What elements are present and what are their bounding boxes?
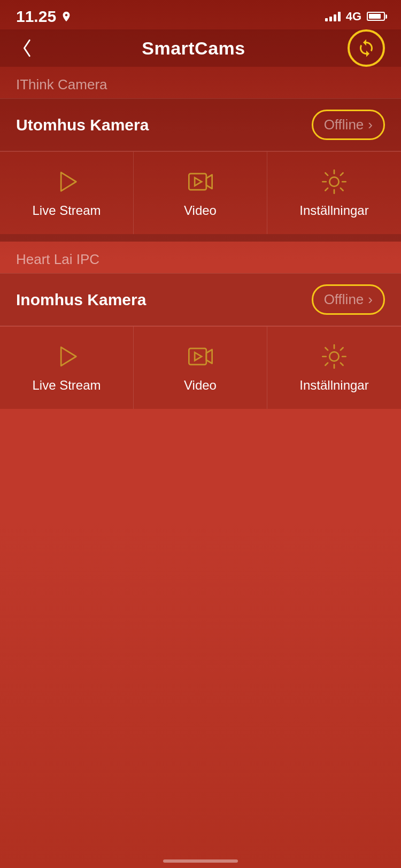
back-icon <box>21 38 34 58</box>
svg-marker-8 <box>195 352 202 360</box>
settings-button-1[interactable]: Inställningar <box>267 152 401 234</box>
live-stream-label-1: Live Stream <box>32 203 101 218</box>
main-content: IThink Camera Utomhus Kamera Offline › L… <box>0 67 401 409</box>
camera-group-1: Heart Lai IPC Inomhus Kamera Offline › L… <box>0 242 401 409</box>
page-title: SmartCams <box>142 38 245 59</box>
offline-badge-utomhus[interactable]: Offline › <box>312 110 385 140</box>
svg-marker-2 <box>206 175 212 189</box>
video-button-2[interactable]: Video <box>134 327 267 409</box>
svg-point-4 <box>329 177 338 186</box>
status-icons: 4G <box>325 10 385 24</box>
svg-marker-7 <box>206 350 212 363</box>
play-icon-2 <box>53 343 81 370</box>
location-icon <box>60 11 72 22</box>
app-header: SmartCams <box>0 29 401 67</box>
battery-icon <box>367 12 385 21</box>
offline-label-utomhus: Offline <box>324 117 364 133</box>
action-row-inomhus: Live Stream Video Inställningar <box>0 326 401 409</box>
settings-label-2: Inställningar <box>299 378 368 393</box>
camera-row-inomhus: Inomhus Kamera Offline › <box>0 273 401 326</box>
video-label-2: Video <box>184 378 217 393</box>
offline-badge-inomhus[interactable]: Offline › <box>312 284 385 315</box>
svg-marker-0 <box>61 173 76 191</box>
svg-rect-6 <box>189 348 206 365</box>
video-icon-2 <box>187 343 214 370</box>
live-stream-label-2: Live Stream <box>32 378 101 393</box>
category-label-1: Heart Lai IPC <box>0 242 401 273</box>
live-stream-button-1[interactable]: Live Stream <box>0 152 134 234</box>
camera-row-utomhus: Utomhus Kamera Offline › <box>0 98 401 151</box>
network-label: 4G <box>346 10 361 24</box>
action-row-utomhus: Live Stream Video Inställningar <box>0 151 401 234</box>
video-icon-1 <box>187 168 214 196</box>
settings-icon-2 <box>320 343 348 370</box>
video-button-1[interactable]: Video <box>134 152 267 234</box>
category-label-0: IThink Camera <box>0 67 401 98</box>
status-time: 11.25 <box>16 7 72 26</box>
settings-icon-1 <box>320 168 348 196</box>
camera-group-0: IThink Camera Utomhus Kamera Offline › L… <box>0 67 401 234</box>
chevron-right-icon-inomhus: › <box>368 291 373 308</box>
status-bar: 11.25 4G <box>0 0 401 29</box>
live-stream-button-2[interactable]: Live Stream <box>0 327 134 409</box>
home-indicator <box>163 859 238 863</box>
svg-marker-5 <box>61 347 76 366</box>
offline-label-inomhus: Offline <box>324 291 364 308</box>
svg-marker-3 <box>195 177 202 185</box>
group-separator <box>0 234 401 242</box>
back-button[interactable] <box>16 36 40 60</box>
play-icon-1 <box>53 168 81 196</box>
refresh-button[interactable] <box>348 29 385 67</box>
camera-name-utomhus: Utomhus Kamera <box>16 116 149 134</box>
svg-rect-1 <box>189 174 206 190</box>
settings-button-2[interactable]: Inställningar <box>267 327 401 409</box>
svg-point-9 <box>329 352 338 361</box>
settings-label-1: Inställningar <box>299 203 368 218</box>
video-label-1: Video <box>184 203 217 218</box>
refresh-icon <box>357 38 376 58</box>
signal-bars <box>325 12 341 21</box>
camera-name-inomhus: Inomhus Kamera <box>16 291 146 309</box>
chevron-right-icon-utomhus: › <box>368 117 373 133</box>
